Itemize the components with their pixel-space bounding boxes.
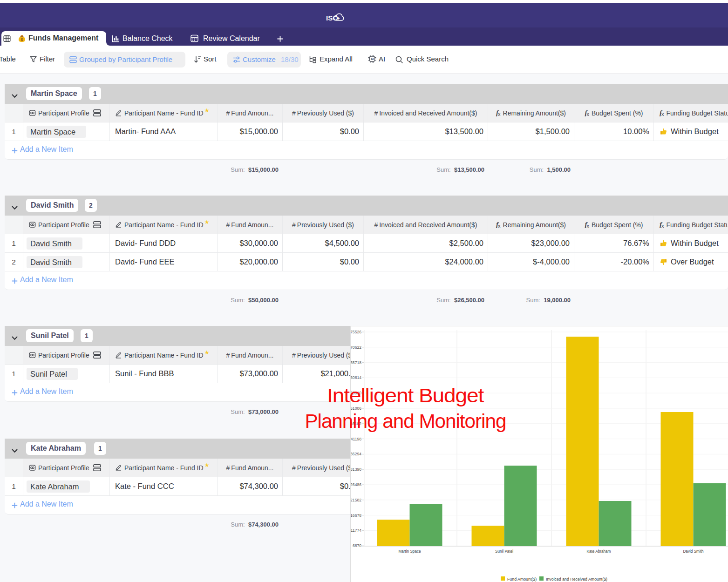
svg-text:26486: 26486: [351, 482, 361, 487]
svg-text:70622: 70622: [351, 345, 361, 350]
svg-text:Invoiced and Received Amount($: Invoiced and Received Amount($): [546, 577, 607, 582]
svg-text:16678: 16678: [351, 513, 361, 518]
svg-text:31390: 31390: [351, 467, 361, 472]
svg-text:Martin Space: Martin Space: [398, 549, 421, 554]
svg-text:36294: 36294: [351, 452, 361, 456]
svg-text:75526: 75526: [351, 330, 361, 334]
svg-text:41198: 41198: [351, 437, 361, 441]
svg-text:$: $: [20, 37, 23, 42]
svg-text:+: +: [337, 16, 340, 21]
svg-text:Kate Abraham: Kate Abraham: [587, 549, 611, 554]
svg-text:21582: 21582: [351, 498, 361, 502]
svg-text:AI: AI: [371, 57, 374, 61]
svg-text:Sunil Patel: Sunil Patel: [495, 549, 513, 554]
svg-text:11774: 11774: [351, 528, 361, 533]
svg-text:David Smith: David Smith: [683, 549, 704, 554]
svg-text:65718: 65718: [351, 360, 361, 365]
svg-text:Fund Amount($): Fund Amount($): [507, 577, 537, 582]
svg-text:60814: 60814: [351, 375, 361, 380]
svg-text:6870: 6870: [353, 543, 361, 548]
